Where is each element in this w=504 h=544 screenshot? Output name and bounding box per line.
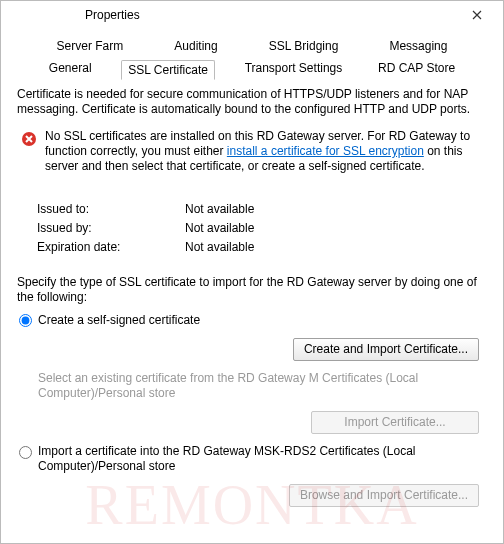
- tab-auditing[interactable]: Auditing: [168, 37, 223, 55]
- tab-transport-settings[interactable]: Transport Settings: [239, 59, 349, 79]
- option-select-existing-label: Select an existing certificate from the …: [38, 371, 487, 401]
- tab-messaging[interactable]: Messaging: [383, 37, 453, 55]
- properties-dialog: Properties Server Farm Auditing SSL Brid…: [0, 0, 504, 544]
- option-create-label: Create a self-signed certificate: [38, 313, 487, 328]
- create-import-certificate-button[interactable]: Create and Import Certificate...: [293, 338, 479, 361]
- warning-text: No SSL certificates are installed on thi…: [45, 129, 487, 174]
- install-certificate-link[interactable]: install a certificate for SSL encryption: [227, 144, 424, 158]
- option-import-into[interactable]: Import a certificate into the RD Gateway…: [17, 444, 487, 474]
- close-button[interactable]: [457, 3, 497, 27]
- import-certificate-button: Import Certificate...: [311, 411, 479, 434]
- error-icon: [21, 131, 37, 147]
- close-icon: [472, 10, 482, 20]
- specify-text: Specify the type of SSL certificate to i…: [17, 275, 487, 305]
- option-select-existing: Select an existing certificate from the …: [17, 371, 487, 401]
- expiration-value: Not available: [185, 240, 254, 255]
- tab-ssl-bridging[interactable]: SSL Bridging: [263, 37, 345, 55]
- window-title: Properties: [7, 8, 140, 22]
- issued-by-value: Not available: [185, 221, 254, 236]
- option-create-self-signed[interactable]: Create a self-signed certificate: [17, 313, 487, 328]
- issued-to-value: Not available: [185, 202, 254, 217]
- expiration-label: Expiration date:: [17, 240, 185, 255]
- issued-to-label: Issued to:: [17, 202, 185, 217]
- tab-server-farm[interactable]: Server Farm: [51, 37, 130, 55]
- option-import-into-label: Import a certificate into the RD Gateway…: [38, 444, 487, 474]
- warning-box: No SSL certificates are installed on thi…: [17, 129, 487, 174]
- tabs: Server Farm Auditing SSL Bridging Messag…: [1, 29, 503, 81]
- radio-create-self-signed[interactable]: [19, 314, 32, 327]
- intro-text: Certificate is needed for secure communi…: [17, 87, 487, 117]
- radio-import-into[interactable]: [19, 446, 32, 459]
- browse-import-certificate-button: Browse and Import Certificate...: [289, 484, 479, 507]
- titlebar: Properties: [1, 1, 503, 29]
- tab-rd-cap-store[interactable]: RD CAP Store: [372, 59, 461, 79]
- tab-general[interactable]: General: [43, 59, 98, 79]
- tab-ssl-certificate[interactable]: SSL Certificate: [121, 60, 215, 80]
- tab-content: Certificate is needed for secure communi…: [1, 81, 503, 507]
- issued-by-label: Issued by:: [17, 221, 185, 236]
